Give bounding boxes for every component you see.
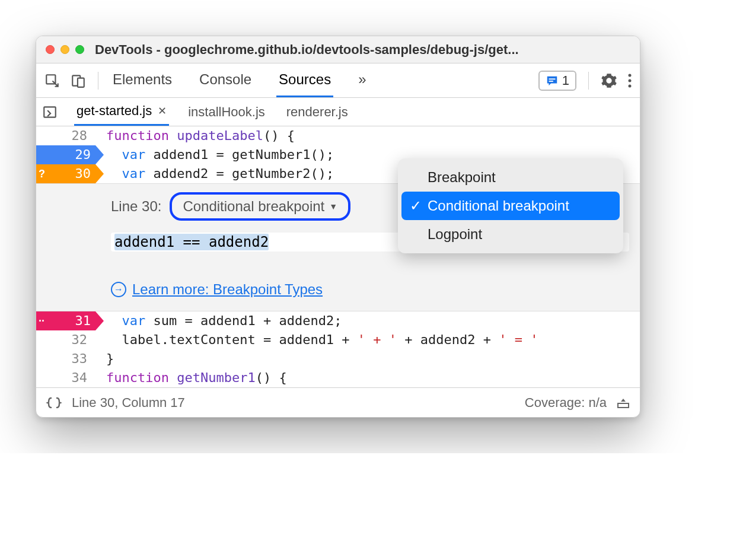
code-line: 32 label.textContent = addend1 + ' + ' +… [36, 330, 640, 349]
pretty-print-icon[interactable] [46, 396, 62, 409]
tab-console[interactable]: Console [197, 63, 254, 97]
file-tab-renderer[interactable]: renderer.js [284, 98, 350, 126]
svg-rect-4 [549, 81, 553, 82]
svg-rect-9 [618, 403, 629, 408]
show-drawer-icon[interactable] [616, 396, 630, 410]
cursor-position: Line 30, Column 17 [72, 395, 185, 411]
more-tabs-button[interactable]: » [356, 63, 368, 97]
code-text: var sum = addend1 + addend2; [94, 311, 342, 330]
settings-icon[interactable] [601, 72, 617, 89]
window-title: DevTools - googlechrome.github.io/devtoo… [95, 42, 630, 58]
breakpoint-badge: ·· [39, 311, 44, 330]
issues-icon [546, 74, 559, 87]
toolbar-divider [588, 72, 589, 90]
maximize-window-button[interactable] [75, 45, 84, 54]
file-tab-label: get-started.js [76, 103, 152, 119]
code-text: } [94, 349, 114, 368]
statusbar: Line 30, Column 17 Coverage: n/a [36, 387, 640, 417]
gutter-breakpoint[interactable]: ·· 31 [36, 311, 94, 330]
file-tab-installhook[interactable]: installHook.js [186, 98, 267, 126]
tab-elements[interactable]: Elements [110, 63, 174, 97]
code-line: 34 function getNumber1() { [36, 368, 640, 387]
file-tab-get-started[interactable]: get-started.js ✕ [74, 98, 169, 126]
code-text: function getNumber1() { [94, 368, 287, 387]
more-options-icon[interactable] [628, 73, 632, 88]
code-line: ·· 31 var sum = addend1 + addend2; [36, 311, 640, 330]
window-controls [46, 45, 84, 54]
close-window-button[interactable] [46, 45, 55, 54]
titlebar: DevTools - googlechrome.github.io/devtoo… [36, 36, 640, 63]
source-editor[interactable]: 28 function updateLabel() { 29 var adden… [36, 126, 640, 387]
file-tab-label: renderer.js [286, 104, 348, 120]
breakpoint-type-dropdown: Breakpoint Conditional breakpoint Logpoi… [398, 158, 623, 253]
gutter[interactable]: 33 [36, 349, 94, 368]
logpoint-marker-icon[interactable]: ·· 31 [36, 311, 95, 330]
gutter[interactable]: 32 [36, 330, 94, 349]
main-toolbar: Elements Console Sources » 1 [36, 63, 640, 98]
dropdown-item-breakpoint[interactable]: Breakpoint [401, 163, 620, 192]
file-tab-bar: get-started.js ✕ installHook.js renderer… [36, 98, 640, 126]
code-line: 28 function updateLabel() { [36, 126, 640, 145]
coverage-status: Coverage: n/a [525, 395, 607, 411]
svg-rect-3 [549, 78, 555, 79]
conditional-breakpoint-marker-icon[interactable]: ? 30 [36, 164, 95, 183]
device-toolbar-icon[interactable] [71, 73, 86, 88]
gutter-breakpoint[interactable]: 29 [36, 145, 94, 164]
code-text: function updateLabel() { [94, 126, 295, 145]
breakpoint-line-label: Line 30: [111, 198, 161, 215]
gutter[interactable]: 28 [36, 126, 94, 145]
dropdown-item-logpoint[interactable]: Logpoint [401, 220, 620, 249]
breakpoint-type-select[interactable]: Conditional breakpoint ▼ [170, 192, 350, 221]
breakpoint-condition-text: addend1 == addend2 [114, 234, 269, 250]
gutter[interactable]: 34 [36, 368, 94, 387]
issues-button[interactable]: 1 [538, 71, 576, 91]
toolbar-divider [98, 72, 98, 90]
inspect-element-icon[interactable] [44, 73, 60, 88]
chevron-down-icon: ▼ [329, 202, 337, 211]
panel-tabs: Elements Console Sources » [110, 63, 369, 97]
issues-count: 1 [562, 73, 569, 88]
code-line: 33 } [36, 349, 640, 368]
close-file-tab-icon[interactable]: ✕ [158, 104, 167, 117]
code-text: label.textContent = addend1 + ' + ' + ad… [94, 330, 538, 349]
learn-more-link[interactable]: Learn more: Breakpoint Types [132, 281, 323, 298]
gutter-breakpoint[interactable]: ? 30 [36, 164, 94, 183]
breakpoint-marker-icon[interactable]: 29 [36, 145, 95, 164]
tab-sources[interactable]: Sources [276, 63, 333, 97]
breakpoint-type-label: Conditional breakpoint [183, 198, 324, 215]
breakpoint-badge: ? [39, 164, 45, 183]
arrow-right-circle-icon: → [111, 282, 126, 297]
learn-more-row: → Learn more: Breakpoint Types [111, 281, 629, 298]
svg-point-5 [629, 74, 632, 77]
code-text: var addend1 = getNumber1(); [94, 145, 334, 164]
dropdown-item-conditional-breakpoint[interactable]: Conditional breakpoint [401, 192, 620, 220]
svg-point-6 [629, 79, 632, 82]
minimize-window-button[interactable] [60, 45, 69, 54]
show-navigator-icon[interactable] [42, 104, 58, 120]
file-tab-label: installHook.js [188, 104, 265, 120]
code-text: var addend2 = getNumber2(); [94, 164, 334, 183]
svg-rect-2 [78, 78, 84, 87]
devtools-window: DevTools - googlechrome.github.io/devtoo… [36, 36, 640, 418]
svg-point-7 [629, 84, 632, 87]
